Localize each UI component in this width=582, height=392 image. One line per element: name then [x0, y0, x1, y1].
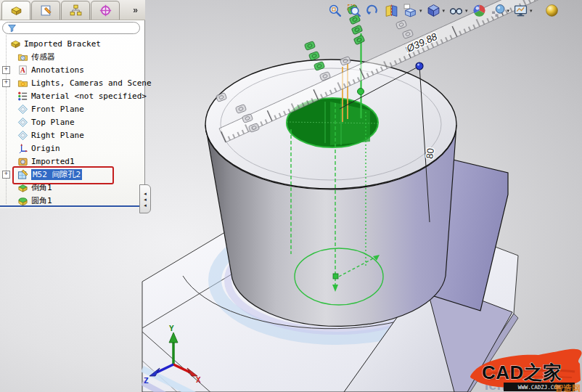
tree-item-top-plane[interactable]: Top Plane	[0, 115, 144, 128]
fillet-icon	[17, 195, 28, 206]
configurationmanager-tab[interactable]	[61, 1, 90, 20]
tree-item-sensors[interactable]: 传感器	[0, 50, 144, 63]
hole-wizard-icon	[17, 169, 28, 180]
featuremanager-tab[interactable]	[1, 1, 30, 20]
display-style-icon[interactable]	[426, 3, 441, 18]
height-dimension-text[interactable]: 80	[424, 147, 436, 159]
plane-icon	[17, 104, 28, 115]
tree-item-right-plane[interactable]: Right Plane	[0, 128, 144, 142]
view-settings-icon[interactable]	[513, 3, 528, 18]
view-orientation-icon[interactable]	[403, 3, 418, 18]
rollback-bar[interactable]	[0, 205, 143, 207]
hide-show-items-icon[interactable]	[448, 3, 464, 18]
render-sphere-icon[interactable]	[544, 3, 560, 18]
tab-overflow-chevron[interactable]	[133, 5, 138, 15]
dropdown-arrow-icon[interactable]	[443, 8, 446, 14]
chamfer-icon	[17, 182, 28, 193]
expand-toggle[interactable]	[2, 171, 10, 179]
handle-highlight	[417, 64, 419, 66]
lights-folder-icon	[17, 78, 28, 89]
application-window: Ø39.88 80 Y X	[0, 0, 582, 392]
preview-handle-green[interactable]	[358, 89, 364, 95]
tree-item-lights-cameras[interactable]: Lights, Cameras and Scene	[0, 76, 144, 89]
zoom-to-fit-icon[interactable]	[327, 3, 343, 18]
zoom-to-area-icon[interactable]	[346, 3, 361, 18]
propertymanager-tab[interactable]	[31, 1, 60, 20]
section-view-icon[interactable]	[384, 3, 399, 18]
feature-manager-tree: Imported Bracket 传感器 A Annotations Light…	[0, 20, 145, 208]
view-heads-up-toolbar	[327, 3, 560, 18]
tree-item-annotations[interactable]: A Annotations	[0, 63, 144, 76]
expand-toggle[interactable]	[2, 66, 10, 74]
watermark-brand: CAD之家	[482, 362, 562, 383]
tree-item-front-plane[interactable]: Front Plane	[0, 102, 144, 115]
dropdown-arrow-icon[interactable]	[530, 8, 533, 14]
apply-scene-icon[interactable]	[491, 3, 506, 18]
plane-icon	[17, 117, 28, 128]
annotations-icon: A	[17, 65, 28, 75]
sensors-folder-icon	[17, 52, 28, 62]
material-icon	[17, 91, 28, 102]
dimxpert-tab[interactable]	[91, 1, 120, 20]
y-axis-label: Y	[169, 324, 174, 333]
tree-item-material[interactable]: Material <not specified>	[0, 89, 144, 102]
tree-item-imported1[interactable]: Imported1	[0, 155, 144, 168]
expand-toggle[interactable]	[2, 79, 10, 87]
tree-item-imported-bracket[interactable]: Imported Bracket	[0, 37, 144, 50]
tree-item-m52-clearance-hole[interactable]: M52 间隙孔2	[0, 168, 144, 181]
svg-text:A: A	[20, 67, 25, 74]
x-axis-label: X	[196, 375, 201, 385]
origin-icon	[17, 143, 28, 154]
edit-appearance-icon[interactable]	[472, 3, 487, 18]
tree-item-origin[interactable]: Origin	[0, 142, 144, 155]
previous-view-icon[interactable]	[365, 3, 380, 18]
tree-item-chamfer1[interactable]: 倒角1	[0, 181, 144, 194]
z-axis-label: Z	[144, 376, 149, 385]
filter-input[interactable]	[17, 23, 139, 33]
filter-funnel-icon	[7, 23, 17, 33]
panel-splitter-handle[interactable]	[139, 184, 151, 213]
tree-filter[interactable]	[2, 22, 140, 34]
watermark-partner-right: 智造网	[554, 383, 581, 392]
part-icon	[10, 38, 21, 49]
dropdown-arrow-icon[interactable]	[507, 8, 510, 14]
tree-items: Imported Bracket 传感器 A Annotations Light…	[0, 37, 144, 207]
manager-tab-strip	[0, 0, 145, 20]
dimension-drag-handle[interactable]	[416, 62, 423, 70]
plane-icon	[17, 130, 28, 141]
imported-body-icon	[17, 156, 28, 167]
dropdown-arrow-icon[interactable]	[465, 8, 468, 14]
dropdown-arrow-icon[interactable]	[419, 8, 422, 14]
